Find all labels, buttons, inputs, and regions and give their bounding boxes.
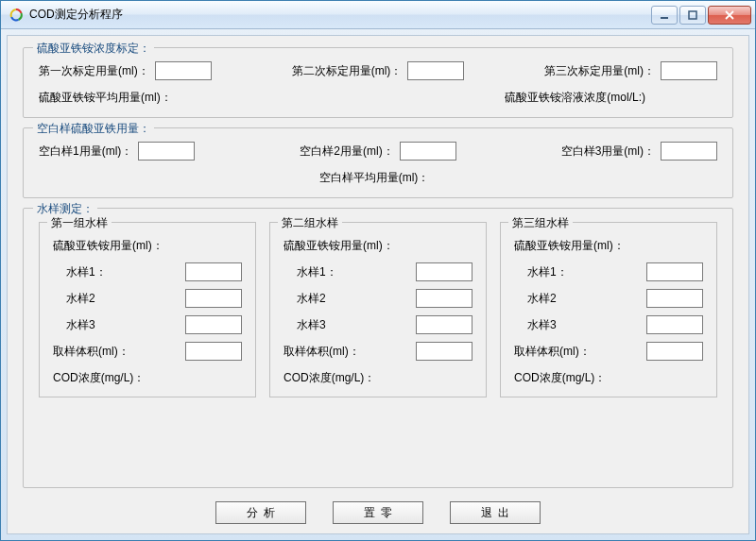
blank3-input[interactable] — [661, 142, 717, 161]
cal2-input[interactable] — [407, 61, 464, 80]
cal-conc-label: 硫酸亚铁铵溶液浓度(mol/L:) — [505, 90, 645, 106]
sg3-vol-label: 取样体积(ml)： — [514, 344, 591, 360]
titlebar: COD测定分析程序 — [1, 1, 755, 29]
group-blank-legend: 空白样硫酸亚铁用量： — [33, 121, 154, 137]
sg1-s1-label: 水样1： — [53, 264, 107, 280]
group-calibration-legend: 硫酸亚铁铵浓度标定： — [33, 41, 154, 57]
app-window: COD测定分析程序 硫酸亚铁铵浓度标定： 第一次标定用量(ml)： — [0, 0, 756, 541]
sg3-s3-input[interactable] — [646, 315, 703, 334]
cal-avg-label: 硫酸亚铁铵平均用量(ml)： — [39, 90, 172, 106]
sg1-s3-label: 水样3 — [53, 317, 95, 333]
maximize-button[interactable] — [679, 6, 706, 25]
sg1-vol-input[interactable] — [185, 342, 242, 361]
sg1-cod-label: COD浓度(mg/L)： — [53, 370, 145, 386]
sg2-s1-input[interactable] — [416, 262, 472, 281]
sample-group-2-legend: 第二组水样 — [278, 215, 342, 231]
cal2-label: 第二次标定用量(ml)： — [292, 63, 403, 79]
sample-group-1-legend: 第一组水样 — [47, 215, 112, 231]
group-blank: 空白样硫酸亚铁用量： 空白样1用量(ml)： 空白样2用量(ml)： 空白样3用… — [23, 127, 733, 198]
sg3-cod-label: COD浓度(mg/L)： — [514, 370, 606, 386]
cal3-label: 第三次标定用量(ml)： — [544, 63, 655, 79]
exit-button[interactable]: 退出 — [450, 501, 541, 524]
sg3-s3-label: 水样3 — [514, 317, 557, 333]
sample-group-2: 第二组水样 硫酸亚铁铵用量(ml)： 水样1： 水样2 水样3 取样体积(ml)… — [269, 222, 487, 397]
sg3-s2-input[interactable] — [646, 289, 703, 308]
blank2-input[interactable] — [400, 142, 456, 161]
blank1-input[interactable] — [138, 142, 195, 161]
sg1-vol-label: 取样体积(ml)： — [53, 344, 129, 360]
blank3-label: 空白样3用量(ml)： — [561, 144, 655, 160]
sg3-usage-label: 硫酸亚铁铵用量(ml)： — [514, 238, 625, 254]
group-sample: 水样测定： 第一组水样 硫酸亚铁铵用量(ml)： 水样1： 水样2 水样3 取样… — [23, 208, 733, 488]
svg-rect-0 — [661, 17, 668, 19]
cal3-input[interactable] — [661, 61, 717, 80]
sg2-cod-label: COD浓度(mg/L)： — [284, 370, 375, 386]
sg1-usage-label: 硫酸亚铁铵用量(ml)： — [53, 238, 163, 254]
reset-button[interactable]: 置零 — [333, 501, 423, 524]
button-bar: 分析 置零 退出 — [23, 501, 733, 524]
sg3-vol-input[interactable] — [646, 342, 703, 361]
close-button[interactable] — [708, 6, 751, 25]
blank1-label: 空白样1用量(ml)： — [39, 144, 132, 160]
sg1-s2-label: 水样2 — [53, 291, 95, 307]
sg2-usage-label: 硫酸亚铁铵用量(ml)： — [284, 238, 394, 254]
client-area: 硫酸亚铁铵浓度标定： 第一次标定用量(ml)： 第二次标定用量(ml)： 第三次… — [7, 35, 749, 534]
sg1-s3-input[interactable] — [185, 315, 242, 334]
sg2-s2-input[interactable] — [416, 289, 472, 308]
app-icon — [9, 8, 24, 23]
sample-group-3: 第三组水样 硫酸亚铁铵用量(ml)： 水样1： 水样2 水样3 取样体积(ml)… — [500, 222, 717, 397]
sample-group-3-legend: 第三组水样 — [508, 215, 573, 231]
sg1-s2-input[interactable] — [185, 289, 242, 308]
sg2-s1-label: 水样1： — [284, 264, 337, 280]
sg2-s3-input[interactable] — [416, 315, 472, 334]
sg2-vol-input[interactable] — [416, 342, 472, 361]
sg3-s2-label: 水样2 — [514, 291, 557, 307]
group-calibration: 硫酸亚铁铵浓度标定： 第一次标定用量(ml)： 第二次标定用量(ml)： 第三次… — [23, 47, 733, 118]
sg2-s2-label: 水样2 — [284, 291, 326, 307]
svg-rect-1 — [689, 11, 696, 19]
sg2-s3-label: 水样3 — [284, 317, 326, 333]
sample-group-1: 第一组水样 硫酸亚铁铵用量(ml)： 水样1： 水样2 水样3 取样体积(ml)… — [39, 222, 256, 397]
blank2-label: 空白样2用量(ml)： — [300, 144, 393, 160]
analyze-button[interactable]: 分析 — [215, 501, 306, 524]
blank-avg-label: 空白样平均用量(ml)： — [319, 170, 430, 186]
minimize-button[interactable] — [651, 6, 678, 25]
cal1-label: 第一次标定用量(ml)： — [39, 63, 149, 79]
window-controls — [651, 6, 751, 25]
window-title: COD测定分析程序 — [29, 7, 651, 23]
sg3-s1-label: 水样1： — [514, 264, 568, 280]
cal1-input[interactable] — [155, 61, 212, 80]
sg2-vol-label: 取样体积(ml)： — [284, 344, 360, 360]
sg3-s1-input[interactable] — [646, 262, 703, 281]
sg1-s1-input[interactable] — [185, 262, 242, 281]
